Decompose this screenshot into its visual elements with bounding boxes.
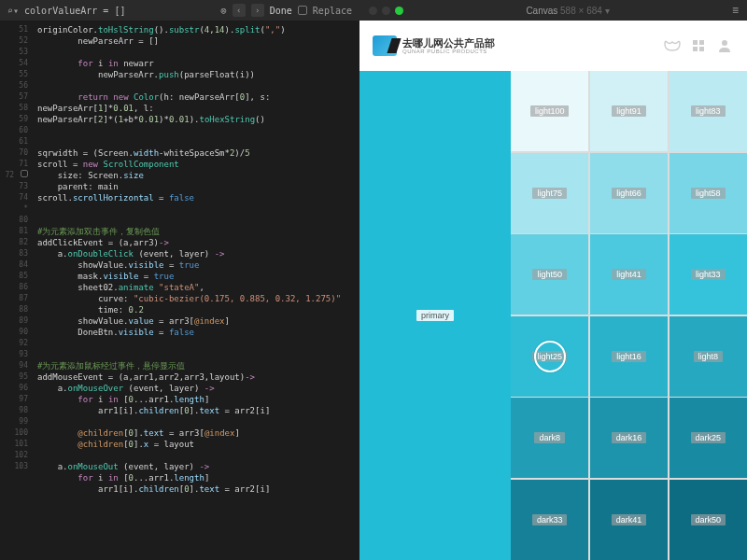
preview-pane: Canvas 588 × 684 ▾ ≡ 去哪儿网公共产品部 QUNAR PUB…	[359, 0, 747, 560]
replace-checkbox[interactable]	[298, 6, 307, 15]
swatch-label: light66	[612, 188, 646, 199]
swatch-light75[interactable]: light75	[511, 153, 588, 233]
swatch-dark25[interactable]: dark25	[669, 398, 747, 478]
brand-title: 去哪儿网公共产品部	[402, 38, 495, 49]
user-icon[interactable]	[715, 36, 734, 55]
traffic-lights	[369, 7, 403, 15]
swatch-label: dark25	[691, 432, 726, 443]
replace-label: Replace	[313, 6, 352, 16]
search-input[interactable]: colorValueArr = []	[24, 6, 215, 16]
brand-header: 去哪儿网公共产品部 QUNAR PUBLIC PRODUCTS	[359, 21, 747, 71]
logo: 去哪儿网公共产品部 QUNAR PUBLIC PRODUCTS	[373, 35, 495, 56]
svg-rect-2	[693, 47, 698, 51]
menu-icon[interactable]: ≡	[732, 4, 738, 17]
svg-point-4	[722, 40, 727, 46]
swatch-label: light50	[532, 269, 567, 280]
swatch-light58[interactable]: light58	[669, 153, 747, 233]
maximize-icon[interactable]	[395, 7, 403, 15]
swatch-light8[interactable]: light8	[669, 316, 747, 397]
next-match-button[interactable]: ›	[251, 4, 264, 17]
swatch-label: light58	[691, 188, 726, 199]
editor-search-bar: ⌕▾ colorValueArr = [] ⊗ ‹ › Done Replace	[0, 0, 359, 21]
code-content[interactable]: originColor.toHslString().substr(4,14).s…	[34, 21, 359, 560]
done-button[interactable]: Done	[270, 6, 292, 16]
swatch-light16[interactable]: light16	[590, 316, 668, 397]
swatch-dark41[interactable]: dark41	[590, 480, 668, 560]
clear-search-icon[interactable]: ⊗	[220, 5, 227, 17]
grid-icon[interactable]	[689, 36, 708, 55]
swatch-label: light16	[612, 351, 646, 362]
swatch-light100[interactable]: light100	[511, 71, 588, 151]
line-gutter: 5152535455565758596061707172 7374*808182…	[0, 21, 34, 560]
swatch-dark33[interactable]: dark33	[511, 480, 588, 560]
preview-titlebar: Canvas 588 × 684 ▾ ≡	[359, 0, 747, 21]
swatch-dark16[interactable]: dark16	[590, 398, 668, 478]
svg-rect-3	[699, 47, 704, 51]
svg-rect-0	[693, 40, 698, 45]
code-editor-pane: ⌕▾ colorValueArr = [] ⊗ ‹ › Done Replace…	[0, 0, 359, 560]
pretzel-icon[interactable]	[663, 36, 682, 55]
swatch-label: light41	[612, 269, 646, 280]
search-icon: ⌕▾	[7, 6, 19, 16]
swatch-label: light91	[612, 105, 646, 117]
swatch-label: dark8	[534, 432, 565, 443]
swatch-label: light33	[691, 269, 726, 280]
swatch-dark50[interactable]: dark50	[669, 480, 747, 560]
swatch-light33[interactable]: light33	[669, 234, 747, 315]
close-icon[interactable]	[369, 7, 377, 15]
primary-swatch[interactable]: primary	[359, 71, 511, 560]
swatch-light25[interactable]: light25	[511, 316, 588, 397]
svg-rect-1	[699, 40, 704, 45]
swatch-label: light75	[532, 188, 567, 199]
swatch-dark8[interactable]: dark8	[511, 398, 588, 478]
swatch-label: dark16	[612, 432, 647, 443]
swatch-label: dark50	[691, 514, 726, 525]
swatch-light83[interactable]: light83	[669, 71, 747, 151]
canvas-title: Canvas 588 × 684 ▾	[409, 6, 726, 16]
swatch-label: light100	[530, 105, 570, 117]
swatch-light91[interactable]: light91	[590, 71, 668, 151]
logo-mark-icon	[373, 35, 397, 56]
swatch-label: light83	[691, 105, 726, 117]
selection-ring-icon	[534, 341, 566, 372]
swatch-label: light8	[694, 351, 724, 362]
minimize-icon[interactable]	[382, 7, 390, 15]
swatch-light66[interactable]: light66	[590, 153, 668, 233]
swatch-light41[interactable]: light41	[590, 234, 668, 315]
palette-grid: primary light100light91light83light75lig…	[359, 71, 747, 560]
brand-subtitle: QUNAR PUBLIC PRODUCTS	[402, 49, 495, 54]
swatch-label: primary	[416, 310, 454, 321]
prev-match-button[interactable]: ‹	[233, 4, 246, 17]
swatch-label: dark33	[532, 514, 568, 525]
swatch-light50[interactable]: light50	[511, 234, 588, 315]
swatch-label: dark41	[612, 514, 647, 525]
